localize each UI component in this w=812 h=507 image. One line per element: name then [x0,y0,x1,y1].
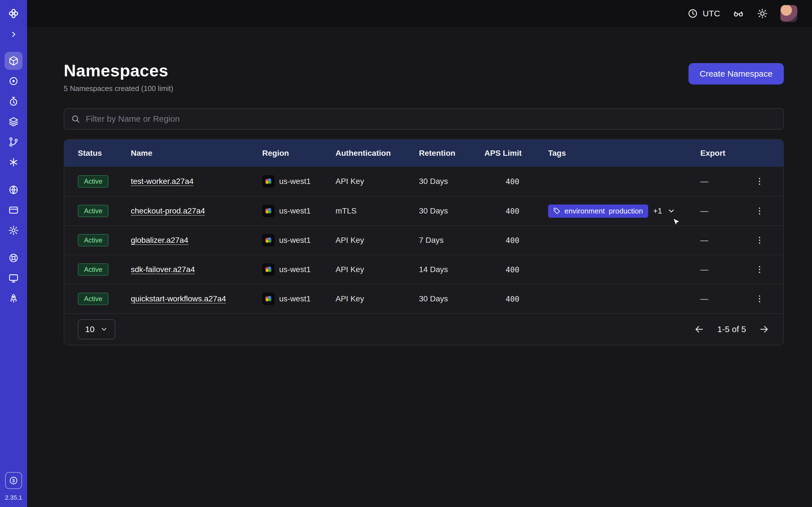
export-value: — [700,236,748,245]
sidebar-item-billing[interactable] [4,201,22,219]
aps-limit-value: 400 [485,177,519,186]
tag-more-label: +1 [653,207,662,216]
tag-icon [553,207,560,215]
namespace-name-link[interactable]: checkout-prod.a27a4 [131,207,205,216]
sidebar-item-support[interactable] [4,249,22,267]
sidebar-item-stacks[interactable] [4,113,22,131]
main-content: Namespaces 5 Namespaces created (100 lim… [27,27,812,507]
retention-label: 30 Days [419,177,485,186]
column-header-authentication: Authentication [336,149,419,158]
temporal-logo-icon[interactable] [4,4,22,22]
sidebar-item-getting-started[interactable] [4,290,22,307]
timezone-label: UTC [703,9,720,18]
region-label: us-west1 [279,294,311,303]
row-menu-button[interactable] [752,173,767,189]
page-size-select[interactable]: 10 [78,319,115,339]
gcp-cloud-icon [262,205,274,217]
authentication-label: API Key [336,294,419,303]
create-namespace-button[interactable]: Create Namespace [689,63,784,84]
region-label: us-west1 [279,236,311,245]
gcp-cloud-icon [262,234,274,246]
authentication-label: mTLS [336,207,419,216]
status-badge: Active [78,263,109,276]
page-header: Namespaces 5 Namespaces created (100 lim… [64,61,784,93]
region-label: us-west1 [279,177,311,186]
tags-expand-chevron-icon[interactable] [667,207,675,215]
namespaces-table: Status Name Region Authentication Retent… [64,139,784,345]
sidebar-item-settings[interactable] [4,221,22,239]
export-value: — [700,177,748,186]
status-badge: Active [78,175,109,188]
sidebar-item-batch-operations[interactable] [4,72,22,90]
namespace-name-link[interactable]: sdk-failover.a27a4 [131,265,195,274]
sidebar-item-nexus[interactable] [4,153,22,171]
tag-group: environment production +1 [548,205,675,218]
page-subtitle: 5 Namespaces created (100 limit) [64,84,173,93]
status-badge: Active [78,205,109,217]
column-header-name: Name [131,149,262,158]
sidebar: $ 2.35.1 [0,0,27,507]
usage-icon[interactable]: $ [5,472,22,489]
page-title: Namespaces [64,61,173,80]
timezone-selector[interactable]: UTC [688,8,720,19]
table-row: Active globalizer.a27a4 us-west1 API Key… [64,225,783,255]
retention-label: 30 Days [419,294,485,303]
namespace-name-link[interactable]: test-worker.a27a4 [131,177,194,186]
status-badge: Active [78,234,109,247]
next-page-button[interactable] [758,324,770,335]
region-label: us-west1 [279,207,311,216]
row-menu-button[interactable] [752,262,767,277]
table-row: Active test-worker.a27a4 us-west1 API Ke… [64,167,783,196]
column-header-status: Status [78,149,131,158]
aps-limit-value: 400 [485,236,519,245]
retention-label: 14 Days [419,265,485,274]
pagination-range-label: 1-5 of 5 [717,325,746,334]
svg-text:$: $ [12,478,15,483]
gcp-cloud-icon [262,175,274,187]
user-avatar[interactable] [780,5,797,22]
authentication-label: API Key [336,177,419,186]
sidebar-item-schedules[interactable] [4,93,22,110]
table-row: Active checkout-prod.a27a4 us-west1 mTLS… [64,196,783,225]
tag-key: environment [564,207,605,216]
app-version: 2.35.1 [5,494,22,501]
tag-value: production [609,207,643,216]
aps-limit-value: 400 [485,295,519,303]
sidebar-item-deployments[interactable] [4,133,22,151]
aps-limit-value: 400 [485,207,519,216]
tag-pill[interactable]: environment production [548,205,648,218]
export-value: — [700,207,748,216]
export-value: — [700,294,748,303]
column-header-tags: Tags [548,149,700,158]
table-row: Active quickstart-workflows.a27a4 us-wes… [64,284,783,313]
sidebar-item-docs[interactable] [4,269,22,287]
row-menu-button[interactable] [752,203,767,219]
row-menu-button[interactable] [752,232,767,248]
table-body: Active test-worker.a27a4 us-west1 API Ke… [64,167,783,313]
column-header-aps-limit: APS Limit [485,149,548,158]
authentication-label: API Key [336,265,419,274]
column-header-retention: Retention [419,149,485,158]
sidebar-item-regions[interactable] [4,181,22,199]
region-label: us-west1 [279,265,311,274]
column-header-export: Export [700,149,748,158]
column-header-region: Region [262,149,336,158]
table-footer: 10 1-5 of 5 [64,313,783,345]
sidebar-expand-chevron-icon[interactable] [4,25,22,43]
theme-sun-icon[interactable] [757,8,768,19]
sidebar-item-namespaces[interactable] [4,52,22,70]
authentication-label: API Key [336,236,419,245]
namespace-switcher-icon[interactable] [732,8,744,19]
status-badge: Active [78,293,109,305]
row-menu-button[interactable] [752,291,767,307]
previous-page-button[interactable] [694,324,705,335]
gcp-cloud-icon [262,293,274,305]
chevron-down-icon [100,325,108,333]
search-input[interactable] [64,108,784,129]
aps-limit-value: 400 [485,265,519,274]
topbar: UTC [27,0,812,27]
namespace-name-link[interactable]: globalizer.a27a4 [131,236,188,245]
retention-label: 7 Days [419,236,485,245]
export-value: — [700,265,748,274]
namespace-name-link[interactable]: quickstart-workflows.a27a4 [131,294,226,303]
